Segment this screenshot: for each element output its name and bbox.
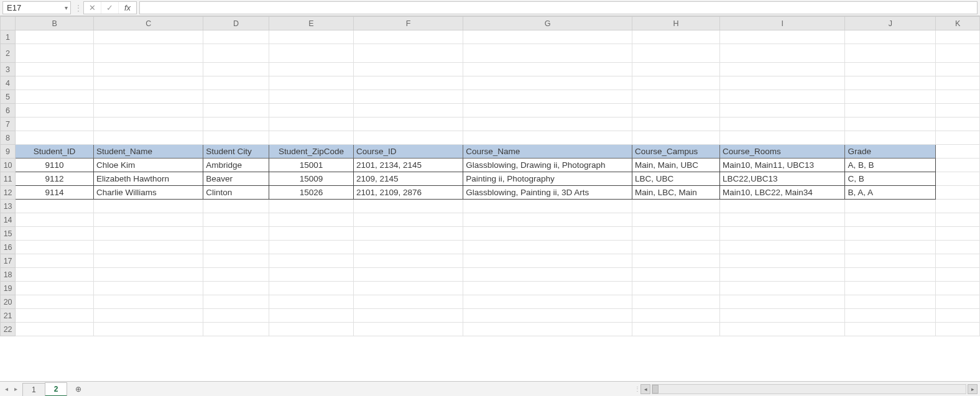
cell[interactable] [632, 30, 720, 44]
cell[interactable] [845, 200, 936, 213]
cell[interactable] [720, 213, 845, 227]
cell[interactable] [94, 213, 203, 227]
cell[interactable] [353, 213, 463, 227]
row-header[interactable]: 18 [1, 268, 16, 282]
cell[interactable] [269, 295, 353, 309]
cell[interactable] [632, 295, 720, 309]
column-header-B[interactable]: B [16, 17, 94, 30]
cell[interactable] [936, 90, 980, 104]
row-header[interactable]: 22 [1, 323, 16, 336]
table-cell[interactable]: Ambridge [203, 159, 269, 172]
row-header[interactable]: 12 [1, 186, 16, 200]
cell[interactable] [720, 268, 845, 282]
cell[interactable] [936, 131, 980, 145]
cell[interactable] [936, 30, 980, 44]
cell[interactable] [632, 76, 720, 90]
cell[interactable] [845, 241, 936, 254]
table-cell[interactable]: LBC22,UBC13 [720, 172, 845, 186]
cell[interactable] [463, 104, 632, 117]
cell[interactable] [203, 268, 269, 282]
column-header-F[interactable]: F [353, 17, 463, 30]
cell[interactable] [936, 282, 980, 295]
cell[interactable] [203, 282, 269, 295]
cell[interactable] [845, 131, 936, 145]
cell[interactable] [845, 309, 936, 323]
cell[interactable] [463, 117, 632, 131]
cell[interactable] [203, 295, 269, 309]
column-header-E[interactable]: E [269, 17, 353, 30]
cell[interactable] [269, 309, 353, 323]
cell[interactable] [203, 90, 269, 104]
cell[interactable] [632, 131, 720, 145]
cell[interactable] [353, 104, 463, 117]
row-header[interactable]: 19 [1, 282, 16, 295]
cell[interactable] [16, 241, 94, 254]
column-header-K[interactable]: K [936, 17, 980, 30]
table-cell[interactable]: 9114 [16, 186, 94, 200]
cell[interactable] [269, 30, 353, 44]
cell[interactable] [269, 131, 353, 145]
cell[interactable] [16, 63, 94, 76]
cell[interactable] [936, 213, 980, 227]
cell[interactable] [632, 63, 720, 76]
scroll-thumb[interactable] [652, 385, 659, 394]
table-header[interactable]: Student_Name [94, 145, 203, 159]
cancel-formula-button[interactable]: ✕ [84, 2, 101, 14]
table-cell[interactable]: Glassblowing, Drawing ii, Photograph [463, 159, 632, 172]
cell[interactable] [720, 63, 845, 76]
column-header-G[interactable]: G [463, 17, 632, 30]
cell[interactable] [16, 117, 94, 131]
cell[interactable] [16, 213, 94, 227]
nav-next-icon[interactable]: ▸ [14, 385, 17, 392]
table-cell[interactable]: Elizabeth Hawthorn [94, 172, 203, 186]
cell[interactable] [632, 282, 720, 295]
cell[interactable] [936, 227, 980, 241]
table-header[interactable]: Student City [203, 145, 269, 159]
column-header-I[interactable]: I [720, 17, 845, 30]
table-cell[interactable]: 2109, 2145 [353, 172, 463, 186]
cell[interactable] [16, 268, 94, 282]
cell[interactable] [353, 323, 463, 336]
cell[interactable] [203, 227, 269, 241]
cell[interactable] [269, 213, 353, 227]
cell[interactable] [936, 268, 980, 282]
table-header[interactable]: Course_ID [353, 145, 463, 159]
cell[interactable] [845, 323, 936, 336]
cell[interactable] [353, 282, 463, 295]
cell[interactable] [936, 63, 980, 76]
cell[interactable] [720, 254, 845, 268]
cell[interactable] [94, 131, 203, 145]
cell[interactable] [845, 295, 936, 309]
sheet-tab[interactable]: 2 [45, 382, 68, 396]
cell[interactable] [353, 63, 463, 76]
cell[interactable] [845, 227, 936, 241]
table-cell[interactable]: 15001 [269, 159, 353, 172]
table-cell[interactable]: 2101, 2134, 2145 [353, 159, 463, 172]
cell[interactable] [269, 323, 353, 336]
table-cell[interactable]: 9112 [16, 172, 94, 186]
table-cell[interactable]: 2101, 2109, 2876 [353, 186, 463, 200]
cell[interactable] [203, 30, 269, 44]
cell[interactable] [94, 104, 203, 117]
cell[interactable] [16, 227, 94, 241]
row-header[interactable]: 11 [1, 172, 16, 186]
cell[interactable] [463, 295, 632, 309]
cell[interactable] [269, 241, 353, 254]
cell[interactable] [203, 76, 269, 90]
select-all-corner[interactable] [1, 17, 16, 30]
cell[interactable] [353, 227, 463, 241]
cell[interactable] [16, 309, 94, 323]
cell[interactable] [632, 323, 720, 336]
scroll-right-icon[interactable]: ▸ [968, 384, 978, 394]
cell[interactable] [720, 309, 845, 323]
name-box[interactable]: ▾ [2, 1, 71, 14]
cell[interactable] [463, 200, 632, 213]
cell[interactable] [720, 44, 845, 63]
cell[interactable] [720, 131, 845, 145]
table-cell[interactable]: Main10, LBC22, Main34 [720, 186, 845, 200]
cell[interactable] [936, 145, 980, 159]
cell[interactable] [936, 76, 980, 90]
cell[interactable] [463, 254, 632, 268]
table-cell[interactable]: Glassblowing, Painting ii, 3D Arts [463, 186, 632, 200]
cell[interactable] [353, 30, 463, 44]
